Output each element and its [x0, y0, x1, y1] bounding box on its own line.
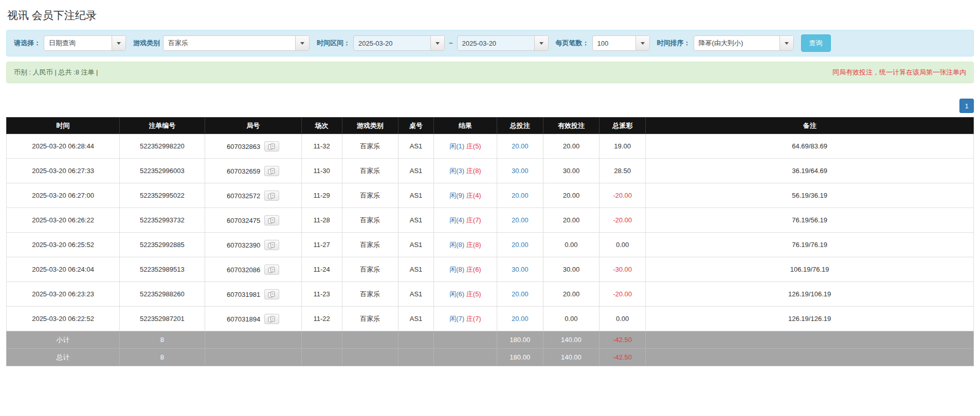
view-round-cards-button[interactable] — [264, 191, 279, 201]
view-cards-icon — [268, 193, 276, 199]
game-type-input[interactable] — [164, 36, 295, 50]
query-button[interactable]: 查询 — [801, 34, 831, 52]
subtotal-empty-result — [434, 331, 497, 349]
result-banker: 庄(4) — [466, 192, 481, 199]
view-round-cards-button[interactable] — [264, 166, 279, 176]
cell-table-no: AS1 — [398, 307, 434, 331]
view-cards-icon — [268, 316, 276, 323]
view-round-cards-button[interactable] — [264, 264, 279, 275]
round-number: 607032475 — [227, 216, 260, 224]
cell-result: 闲(3) 庄(8) — [434, 159, 497, 183]
cell-valid-bet: 0.00 — [543, 233, 599, 257]
cell-valid-bet: 30.00 — [543, 257, 599, 282]
cell-result: 闲(8) 庄(8) — [434, 233, 497, 257]
cell-session: 11-28 — [301, 208, 342, 233]
result-banker: 庄(8) — [466, 241, 481, 249]
header-row: 时间 注单编号 局号 场次 游戏类别 桌号 结果 总投注 有效投注 总派彩 备注 — [7, 118, 974, 134]
cell-result: 闲(7) 庄(7) — [434, 307, 497, 331]
total-valid-bet: 140.00 — [543, 349, 599, 366]
query-type-dropdown-button[interactable] — [112, 36, 125, 50]
cell-total-bet: 20.00 — [497, 233, 543, 257]
date-to-input[interactable] — [458, 36, 534, 50]
sort-dropdown-button[interactable] — [779, 36, 793, 50]
header-result: 结果 — [434, 118, 497, 134]
cell-round: 607032475 — [205, 208, 301, 233]
result-banker: 庄(7) — [466, 216, 481, 224]
cell-remark: 106.19/76.19 — [646, 257, 974, 282]
sort-input[interactable] — [694, 36, 779, 50]
view-round-cards-button[interactable] — [264, 141, 279, 152]
cell-total-bet: 20.00 — [497, 282, 543, 307]
cell-result: 闲(9) 庄(4) — [434, 183, 497, 208]
table-head: 时间 注单编号 局号 场次 游戏类别 桌号 结果 总投注 有效投注 总派彩 备注 — [7, 118, 974, 134]
sort-combobox — [694, 35, 794, 51]
round-number: 607032659 — [227, 167, 260, 175]
pagination: 1 — [6, 99, 974, 113]
cell-valid-bet: 0.00 — [543, 307, 599, 331]
cell-game-type: 百家乐 — [342, 183, 398, 208]
date-to-dropdown-button[interactable] — [534, 36, 548, 50]
chevron-down-icon — [435, 42, 440, 45]
result-player: 闲(8) — [449, 266, 464, 273]
page-size-label: 每页笔数： — [556, 39, 589, 48]
result-player: 闲(8) — [449, 241, 464, 249]
cell-bet-id: 522352996003 — [120, 159, 205, 183]
cell-table-no: AS1 — [398, 159, 434, 183]
subtotal-row: 小计 8 180.00 140.00 -42.50 — [7, 331, 974, 349]
table-row: 2025-03-20 06:28:44522352998220607032863… — [7, 134, 974, 159]
cell-session: 11-30 — [301, 159, 342, 183]
header-round: 局号 — [205, 118, 301, 134]
cell-game-type: 百家乐 — [342, 307, 398, 331]
view-cards-icon — [268, 291, 276, 298]
cell-round: 607032390 — [205, 233, 301, 257]
cell-payout: -20.00 — [599, 282, 645, 307]
subtotal-valid-bet: 140.00 — [543, 331, 599, 349]
page-size-input[interactable] — [593, 36, 636, 50]
view-cards-icon — [268, 242, 276, 249]
cell-payout: 0.00 — [599, 233, 645, 257]
query-type-input[interactable] — [44, 36, 112, 50]
page-button-1[interactable]: 1 — [959, 99, 974, 113]
cell-game-type: 百家乐 — [342, 257, 398, 282]
table-row: 2025-03-20 06:24:04522352989513607032086… — [7, 257, 974, 282]
result-player: 闲(3) — [449, 167, 464, 175]
view-round-cards-button[interactable] — [264, 240, 279, 250]
summary-bar: 币别 : 人民币 | 总共 :8 注单 | 同局有效投注，统一计算在该局第一张注… — [6, 62, 974, 83]
result-banker: 庄(6) — [466, 266, 481, 273]
round-number: 607031981 — [227, 290, 260, 298]
cell-table-no: AS1 — [398, 282, 434, 307]
view-round-cards-button[interactable] — [264, 314, 279, 324]
date-from-dropdown-button[interactable] — [430, 36, 444, 50]
page-size-dropdown-button[interactable] — [636, 36, 649, 50]
cell-round: 607031981 — [205, 282, 301, 307]
header-total-bet: 总投注 — [497, 118, 543, 134]
cell-time: 2025-03-20 06:25:52 — [7, 233, 120, 257]
chevron-down-icon — [117, 42, 121, 45]
header-session: 场次 — [301, 118, 342, 134]
date-from-input[interactable] — [354, 36, 430, 50]
table-body: 2025-03-20 06:28:44522352998220607032863… — [7, 134, 974, 331]
chevron-down-icon — [300, 42, 304, 45]
result-player: 闲(6) — [449, 290, 464, 298]
page-title: 视讯 会员下注纪录 — [7, 8, 974, 23]
cell-total-bet: 20.00 — [497, 183, 543, 208]
header-remark: 备注 — [646, 118, 974, 134]
cell-time: 2025-03-20 06:24:04 — [7, 257, 120, 282]
cell-valid-bet: 20.00 — [543, 134, 599, 159]
cell-round: 607032863 — [205, 134, 301, 159]
subtotal-empty-remark — [646, 331, 974, 349]
cell-table-no: AS1 — [398, 257, 434, 282]
game-type-dropdown-button[interactable] — [295, 36, 309, 50]
result-player: 闲(9) — [449, 192, 464, 199]
header-game-type: 游戏类别 — [342, 118, 398, 134]
total-total-bet: 180.00 — [497, 349, 543, 366]
cell-time: 2025-03-20 06:28:44 — [7, 134, 120, 159]
subtotal-total-bet: 180.00 — [497, 331, 543, 349]
cell-total-bet: 30.00 — [497, 159, 543, 183]
cell-result: 闲(6) 庄(5) — [434, 282, 497, 307]
view-round-cards-button[interactable] — [264, 215, 279, 225]
total-payout: -42.50 — [599, 349, 645, 366]
total-empty-round — [205, 349, 301, 366]
view-round-cards-button[interactable] — [264, 289, 279, 299]
subtotal-empty-table — [398, 331, 434, 349]
